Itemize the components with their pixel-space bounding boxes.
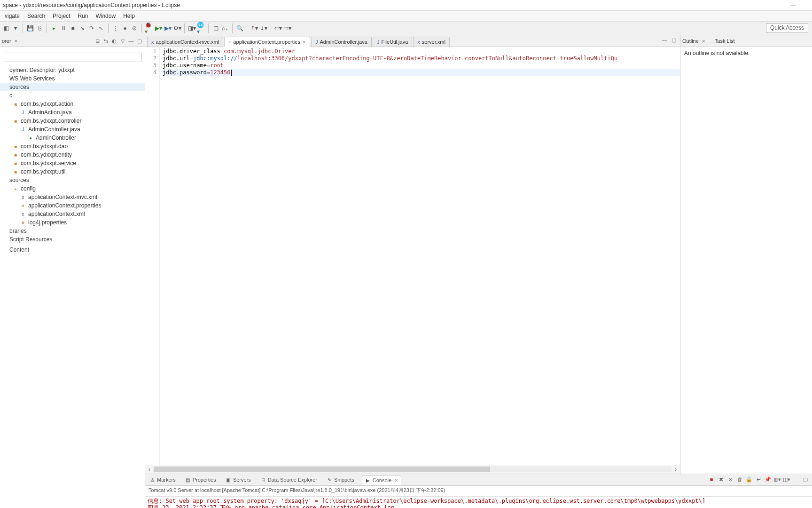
debug-dropdown[interactable]: 🐞▾ (145, 24, 153, 32)
clear-console-icon[interactable]: 🗑 (736, 476, 743, 483)
panel-tab-snippets[interactable]: ✎Snippets (325, 476, 356, 484)
remove-launch-icon[interactable]: ✖ (717, 476, 725, 483)
open-type-icon[interactable]: ◫ (211, 24, 220, 32)
terminate-console-icon[interactable]: ■ (708, 476, 715, 483)
tree-item[interactable]: xapplicationContext-mvc.xml (0, 193, 145, 201)
menu-help[interactable]: Help (119, 11, 139, 21)
editor-tab[interactable]: ≡applicationContext.properties✕ (224, 37, 310, 47)
editor-tab[interactable]: JFileUtil.java (373, 37, 412, 47)
tree-item[interactable]: sources (0, 176, 145, 184)
quick-access[interactable]: Quick Access (766, 23, 808, 32)
tree-item[interactable]: ■com.bs.ydxxpt.util (0, 167, 145, 176)
menu-project[interactable]: Project (49, 11, 74, 21)
external-tools-icon[interactable]: ⚙▾ (173, 24, 181, 32)
panel-tab-properties[interactable]: ▤Properties (183, 476, 218, 484)
resume-icon[interactable]: ▸ (50, 24, 58, 32)
tree-item[interactable]: xapplicationContext.xml (0, 210, 145, 218)
explorer-filter-input[interactable] (3, 53, 142, 62)
tree-item[interactable]: Script Resources (0, 235, 145, 244)
wrap-icon[interactable]: ↩ (755, 476, 762, 483)
view-menu-icon[interactable]: ▽ (119, 38, 126, 44)
minimize-view-icon[interactable]: — (128, 38, 134, 44)
tree-item[interactable]: ≡log4j.properties (0, 218, 145, 227)
pin-console-icon[interactable]: 📌 (764, 476, 772, 483)
next-annotation-icon[interactable]: ⇣▾ (259, 24, 268, 32)
maximize-panel-icon[interactable]: ▢ (802, 476, 809, 483)
menu-run[interactable]: Run (74, 11, 92, 21)
panel-tab-servers[interactable]: ▣Servers (224, 476, 253, 484)
forward-icon[interactable]: ⇨▾ (283, 24, 292, 32)
explorer-tree[interactable]: oyment Descriptor: ydxxptWS Web Services… (0, 47, 145, 474)
close-icon[interactable]: ✕ (701, 39, 705, 44)
tree-item[interactable]: JAdminAction.java (0, 108, 145, 117)
tree-item[interactable]: ■com.bs.ydxxpt.controller (0, 117, 145, 125)
step-return-icon[interactable]: ↖ (97, 24, 105, 32)
collapse-all-icon[interactable]: ⊟ (94, 38, 101, 44)
scroll-lock-icon[interactable]: 🔒 (745, 476, 753, 483)
open-task-icon[interactable]: ⌕▾ (221, 24, 229, 32)
editor-horizontal-scrollbar[interactable]: ‹ › (145, 465, 680, 474)
code-line[interactable]: jdbc.driver_class=com.mysql.jdbc.Driver (163, 48, 680, 55)
new-server-icon[interactable]: ◨▾ (187, 24, 196, 32)
console-output[interactable]: 信息: Set web app root system property: 'd… (145, 497, 812, 508)
outline-tab[interactable]: Outline (682, 38, 699, 44)
link-editor-icon[interactable]: ⇆ (102, 38, 109, 44)
open-console-icon[interactable]: ◫▾ (783, 476, 790, 483)
scroll-left-icon[interactable]: ‹ (145, 466, 154, 473)
skip-breakpoints-icon[interactable]: ⊘ (130, 24, 139, 32)
close-tab-icon[interactable]: ✕ (302, 40, 306, 45)
minimize-panel-icon[interactable]: — (792, 476, 800, 483)
run-last-icon[interactable]: ▶▾ (164, 24, 172, 32)
tree-item[interactable]: ■com.bs.ydxxpt.action (0, 100, 145, 108)
tree-item[interactable]: Content (0, 246, 145, 254)
tree-item[interactable]: c (0, 91, 145, 100)
tree-item[interactable]: ■com.bs.ydxxpt.dao (0, 142, 145, 151)
tasklist-tab[interactable]: Task List (715, 38, 735, 44)
tree-item[interactable]: oyment Descriptor: ydxxpt (0, 66, 145, 74)
save-all-button[interactable]: ⎘ (35, 24, 44, 32)
panel-tab-data-source-explorer[interactable]: ⌸Data Source Explorer (258, 476, 319, 484)
toggle-breakpoint-icon[interactable]: ● (121, 24, 129, 32)
run-dropdown[interactable]: ▶▾ (154, 24, 163, 32)
tree-item[interactable]: ≡applicationContext.properties (0, 201, 145, 210)
code-area[interactable]: jdbc.driver_class=com.mysql.jdbc.Driverj… (160, 47, 680, 465)
new-dropdown-icon[interactable]: ▾ (11, 24, 20, 32)
step-into-icon[interactable]: ↘ (78, 24, 86, 32)
new-button[interactable]: ◧ (2, 24, 10, 32)
tree-item[interactable]: sources (0, 83, 145, 91)
terminate-icon[interactable]: ■ (69, 24, 77, 32)
display-console-icon[interactable]: ▥▾ (773, 476, 781, 483)
editor-tab[interactable]: xserver.xml (413, 37, 450, 47)
filter-icon[interactable]: ⋮ (111, 24, 120, 32)
editor-tab[interactable]: JAdminController.java (311, 37, 372, 47)
tree-item[interactable]: WS Web Services (0, 74, 145, 83)
tree-item[interactable]: JAdminController.java (0, 125, 145, 134)
code-line[interactable]: jdbc.password=123456 (163, 69, 680, 76)
search-icon[interactable]: 🔍 (235, 24, 244, 32)
web-browser-icon[interactable]: 🌐▾ (197, 24, 205, 32)
suspend-icon[interactable]: ⏸ (59, 24, 68, 32)
tree-item[interactable]: braries (0, 227, 145, 235)
menu-search[interactable]: Search (23, 11, 49, 21)
code-line[interactable]: jdbc.username=root (163, 62, 680, 69)
close-icon[interactable]: ✕ (13, 39, 18, 44)
close-icon[interactable]: ✕ (393, 478, 398, 483)
scroll-thumb[interactable] (154, 467, 490, 472)
maximize-editor-icon[interactable]: ▢ (671, 37, 677, 43)
tree-item[interactable]: ▸config (0, 184, 145, 193)
scroll-right-icon[interactable]: › (671, 466, 680, 473)
menu-window[interactable]: Window (92, 11, 119, 21)
panel-tab-markers[interactable]: ⚠Markers (148, 476, 178, 484)
maximize-view-icon[interactable]: ▢ (136, 38, 143, 44)
step-over-icon[interactable]: ↷ (87, 24, 96, 32)
back-icon[interactable]: ⇦▾ (274, 24, 282, 32)
save-button[interactable]: 💾 (26, 24, 34, 32)
editor-tab[interactable]: xapplicationContext-mvc.xml (147, 37, 223, 47)
menu-vigate[interactable]: vigate (1, 11, 23, 21)
editor-content[interactable]: 1234 jdbc.driver_class=com.mysql.jdbc.Dr… (145, 47, 680, 465)
tree-item[interactable]: ●AdminController (0, 134, 145, 142)
panel-tab-console[interactable]: ▶Console ✕ (362, 476, 401, 485)
minimize-editor-icon[interactable]: — (661, 37, 668, 43)
code-line[interactable]: jdbc.url=jdbc:mysql://localhost:3306/ydx… (163, 55, 680, 62)
remove-all-icon[interactable]: ⊗ (726, 476, 734, 483)
